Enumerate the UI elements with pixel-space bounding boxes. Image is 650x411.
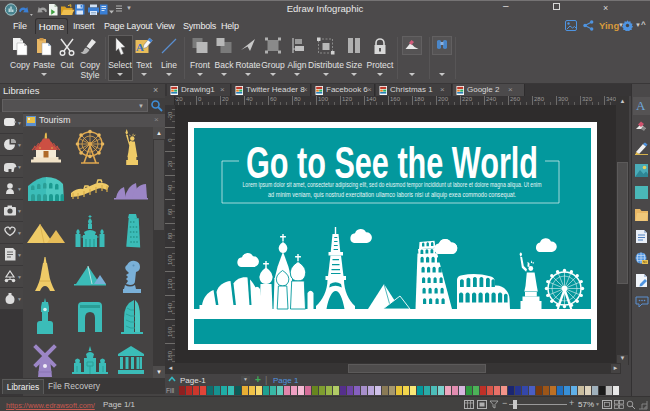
svg-text:ad minim veniam, quis nostrud: ad minim veniam, quis nostrud exercitati… [268,191,516,199]
svg-text:Lorem ipsum dolor sit amet, co: Lorem ipsum dolor sit amet, consectetur … [243,181,542,189]
svg-text:A: A [136,41,144,53]
